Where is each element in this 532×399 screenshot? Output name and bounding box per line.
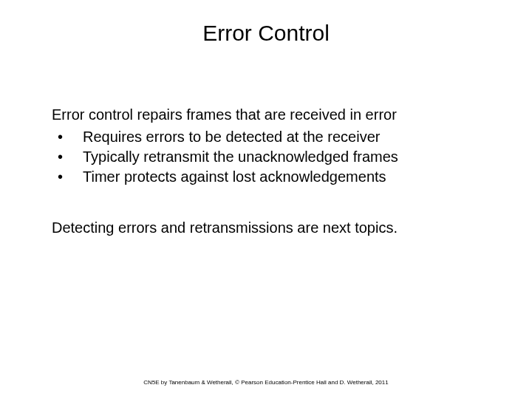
list-item: Requires errors to be detected at the re… [58,127,495,147]
slide-content: Error control repairs frames that are re… [37,105,495,237]
bullet-list: Requires errors to be detected at the re… [58,127,495,187]
list-item: Timer protects against lost acknowledgem… [58,167,495,187]
conclusion-text: Detecting errors and retransmissions are… [52,218,495,237]
intro-text: Error control repairs frames that are re… [52,105,495,124]
slide-title: Error Control [37,21,495,46]
footer-text: CN5E by Tanenbaum & Wetherall, © Pearson… [0,379,532,386]
list-item: Typically retransmit the unacknowledged … [58,147,495,167]
slide-container: Error Control Error control repairs fram… [0,0,532,399]
